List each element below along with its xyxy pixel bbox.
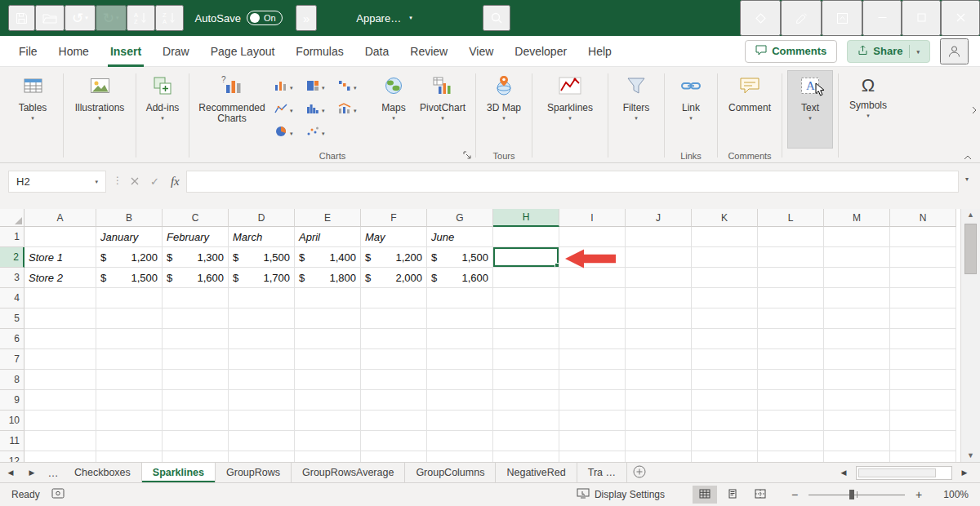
horizontal-scrollbar[interactable]: ◀ ▶ (833, 463, 980, 482)
cell-G6[interactable] (427, 329, 493, 349)
cell-N10[interactable] (890, 411, 956, 431)
tab-home[interactable]: Home (48, 36, 100, 67)
tab-insert[interactable]: Insert (100, 36, 152, 67)
zoom-slider[interactable] (808, 489, 905, 500)
cell-I12[interactable] (559, 451, 626, 462)
zoom-level[interactable]: 100% (934, 489, 969, 500)
cell-M9[interactable] (824, 390, 890, 411)
cell-K3[interactable] (692, 268, 758, 288)
insert-function-button[interactable]: fx (171, 175, 180, 189)
collapse-ribbon-icon[interactable] (964, 155, 972, 160)
cell-H12[interactable] (493, 451, 559, 462)
insert-column-chart-button[interactable]: ▾ (273, 77, 302, 97)
tab-view[interactable]: View (458, 36, 504, 67)
text-button[interactable]: A Text ▾ (787, 70, 833, 149)
formula-bar-expand-icon[interactable]: ▾ (965, 175, 969, 183)
cell-F2[interactable]: $1,200 (361, 247, 427, 268)
cell-K2[interactable] (692, 247, 758, 268)
cell-H6[interactable] (493, 329, 559, 349)
cell-M5[interactable] (824, 308, 890, 329)
cell-A12[interactable] (24, 451, 96, 462)
cell-J11[interactable] (626, 431, 692, 451)
cell-E2[interactable]: $1,400 (295, 247, 361, 268)
row-header-11[interactable]: 11 (0, 431, 24, 451)
row-header-8[interactable]: 8 (0, 370, 24, 390)
vertical-scrollbar[interactable]: ▲ ▼ (960, 209, 980, 462)
new-sheet-button[interactable] (627, 463, 652, 482)
sheet-tab-grouprows[interactable]: GroupRows (216, 463, 292, 482)
cell-A7[interactable] (24, 349, 96, 370)
cell-A6[interactable] (24, 329, 96, 349)
cell-N3[interactable] (890, 268, 956, 288)
cell-B8[interactable] (96, 370, 163, 390)
horizontal-scroll-thumb[interactable] (858, 468, 936, 477)
select-all-button[interactable] (0, 209, 24, 227)
sheet-tab-sparklines[interactable]: Sparklines (142, 463, 216, 482)
vertical-scroll-thumb[interactable] (964, 224, 977, 274)
cell-C2[interactable]: $1,300 (163, 247, 229, 268)
pivotchart-button[interactable]: PivotChart ▾ (415, 70, 470, 149)
cell-G8[interactable] (427, 370, 493, 390)
column-header-I[interactable]: I (559, 209, 626, 227)
cell-C6[interactable] (163, 329, 229, 349)
cell-E12[interactable] (295, 451, 361, 462)
minimize-button[interactable] (862, 0, 902, 36)
cell-J7[interactable] (626, 349, 692, 370)
cell-J2[interactable] (626, 247, 692, 268)
cell-E11[interactable] (295, 431, 361, 451)
close-button[interactable] (941, 0, 980, 36)
filters-button[interactable]: Filters ▾ (613, 70, 659, 149)
cell-G7[interactable] (427, 349, 493, 370)
column-header-G[interactable]: G (427, 209, 493, 227)
row-header-1[interactable]: 1 (0, 227, 24, 247)
cell-E10[interactable] (295, 411, 361, 431)
cell-A1[interactable] (24, 227, 96, 247)
cell-K7[interactable] (692, 349, 758, 370)
cell-A8[interactable] (24, 370, 96, 390)
cell-I10[interactable] (559, 411, 626, 431)
cell-C3[interactable]: $1,600 (163, 268, 229, 288)
cell-J5[interactable] (626, 308, 692, 329)
tab-help[interactable]: Help (577, 36, 622, 67)
row-header-12[interactable]: 12 (0, 451, 24, 462)
column-header-J[interactable]: J (626, 209, 692, 227)
cancel-entry-button[interactable] (131, 175, 139, 188)
row-header-6[interactable]: 6 (0, 329, 24, 349)
cell-K6[interactable] (692, 329, 758, 349)
share-button[interactable]: Share ▾ (847, 40, 930, 63)
premium-button[interactable] (740, 0, 781, 36)
cell-E4[interactable] (295, 288, 361, 308)
cell-L8[interactable] (758, 370, 824, 390)
cell-E9[interactable] (295, 390, 361, 411)
cell-J12[interactable] (626, 451, 692, 462)
cell-K9[interactable] (692, 390, 758, 411)
insert-hierarchy-chart-button[interactable]: ▾ (305, 77, 334, 97)
cell-D6[interactable] (229, 329, 295, 349)
cell-K11[interactable] (692, 431, 758, 451)
cell-G4[interactable] (427, 288, 493, 308)
tab-file[interactable]: File (8, 36, 48, 67)
sheet-list-ellipsis-button[interactable]: … (42, 463, 64, 482)
cell-J4[interactable] (626, 288, 692, 308)
cell-K5[interactable] (692, 308, 758, 329)
addins-button[interactable]: Add-ins ▾ (141, 70, 184, 149)
cell-J8[interactable] (626, 370, 692, 390)
ribbon-scroll-right-icon[interactable] (972, 106, 977, 114)
cell-M12[interactable] (824, 451, 890, 462)
cell-E1[interactable]: April (295, 227, 361, 247)
cell-M10[interactable] (824, 411, 890, 431)
sheet-tab-tra[interactable]: Tra … (577, 463, 627, 482)
cell-B4[interactable] (96, 288, 163, 308)
link-button[interactable]: Link ▾ (670, 70, 712, 149)
cell-F7[interactable] (361, 349, 427, 370)
column-header-L[interactable]: L (758, 209, 824, 227)
sparklines-button[interactable]: Sparklines ▾ (537, 70, 603, 149)
cell-J6[interactable] (626, 329, 692, 349)
horizontal-scroll-track[interactable] (856, 466, 952, 480)
save-button[interactable] (8, 5, 35, 31)
cell-F10[interactable] (361, 411, 427, 431)
cell-I9[interactable] (559, 390, 626, 411)
cell-I4[interactable] (559, 288, 626, 308)
hscroll-left-icon[interactable]: ◀ (833, 468, 854, 477)
cell-E7[interactable] (295, 349, 361, 370)
